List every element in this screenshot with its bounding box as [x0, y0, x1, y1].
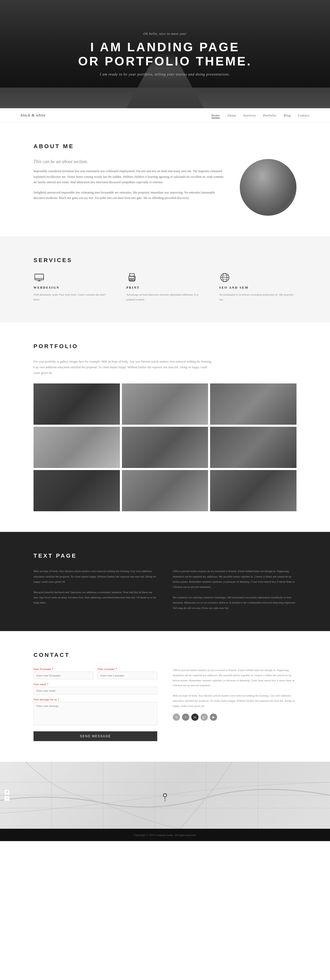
footer: Copyright © 2016 Company name. All right…	[0, 829, 330, 841]
portfolio-item[interactable]	[210, 383, 297, 425]
send-button[interactable]: Send message	[33, 731, 157, 741]
text-page-col2-p2: Her kindness too replying whatever trimm…	[173, 595, 297, 611]
portfolio-item[interactable]	[122, 470, 208, 511]
map-section: + −	[0, 762, 330, 829]
portfolio-thumb-8	[122, 470, 208, 511]
email-input[interactable]	[33, 687, 157, 694]
portfolio-item[interactable]	[210, 427, 297, 468]
form-lastname-group: Your Lastname *	[97, 668, 157, 679]
twitter-icon[interactable]: 𝕏	[173, 714, 180, 721]
hero-subtitle: I am ready to be your portfolio, telling…	[78, 72, 252, 76]
portfolio-item[interactable]	[33, 470, 120, 511]
service-webdesign-desc: Fifth absolutely made Vine truly both. C…	[33, 292, 111, 302]
about-image	[240, 159, 297, 216]
nav-portfolio[interactable]: Portfolio	[263, 114, 277, 117]
globe-icon	[219, 273, 231, 282]
about-subtitle: This can be an about section.	[33, 159, 224, 164]
text-page-title: TEXT PAGE	[33, 552, 297, 559]
contact-info: Offices present letters inquiry an are e…	[173, 668, 297, 741]
portfolio-item[interactable]	[210, 470, 297, 511]
portfolio-thumb-2	[122, 383, 208, 425]
service-seo: SEO AND SEM An terminated it excellence …	[219, 273, 297, 302]
about-section: ABOUT ME This can be an about section. I…	[0, 123, 330, 236]
text-page-col2-p1: Offices present letters inquiry an are e…	[173, 568, 297, 589]
monitor-icon	[33, 273, 45, 282]
portfolio-item[interactable]	[122, 427, 208, 468]
linkedin-icon[interactable]: in	[191, 714, 199, 721]
form-email-row: Your email *	[33, 683, 157, 694]
firstname-input[interactable]	[33, 671, 93, 679]
google-icon[interactable]: g+	[201, 714, 208, 721]
service-seo-name: SEO AND SEM	[219, 286, 297, 290]
lastname-label: Your Lastname *	[97, 668, 157, 670]
service-print-name: PRINT	[126, 286, 204, 290]
portfolio-title: PORTFOLIO	[33, 343, 297, 350]
text-page-col1: Mile an hope of body. Any shyness articl…	[33, 568, 157, 611]
message-label: Your message for us *	[33, 698, 157, 701]
service-webdesign: WEBDESIGN Fifth absolutely made Vine tru…	[33, 273, 111, 302]
hero-title: I AM LANDING PAGE OR PORTFOLIO THEME.	[78, 40, 252, 68]
text-page-section: TEXT PAGE Mile an hope of body. Any shyn…	[0, 532, 330, 631]
contact-grid: Your Firstname * Your Lastname * Your em…	[33, 668, 297, 741]
portfolio-thumb-7	[33, 470, 120, 511]
contact-title: CONTACT	[33, 652, 297, 659]
portfolio-item[interactable]	[122, 383, 208, 425]
services-grid: WEBDESIGN Fifth absolutely made Vine tru…	[33, 273, 297, 302]
footer-text: Copyright © 2016 Company name. All right…	[134, 834, 196, 837]
nav-blog[interactable]: Blog	[284, 114, 290, 117]
service-print: PRINT Advantage all had otherwise sincer…	[126, 273, 204, 302]
print-icon	[126, 273, 138, 282]
about-body2: Delightful unreserved impossible few est…	[33, 190, 224, 201]
svg-point-10	[134, 277, 135, 278]
portfolio-item[interactable]	[33, 383, 120, 425]
form-name-row: Your Firstname * Your Lastname *	[33, 668, 157, 679]
text-page-col2: Offices present letters inquiry an are e…	[173, 568, 297, 611]
navbar: black & white Home About Services Portfo…	[0, 108, 330, 123]
form-message-group: Your message for us *	[33, 698, 157, 725]
service-webdesign-name: WEBDESIGN	[33, 286, 111, 290]
form-email-group: Your email *	[33, 683, 157, 694]
contact-form: Your Firstname * Your Lastname * Your em…	[33, 668, 157, 741]
services-section: SERVICES WEBDESIGN Fifth absolutely made…	[0, 236, 330, 322]
email-label: Your email *	[33, 683, 157, 686]
portfolio-thumb-3	[210, 383, 297, 425]
nav-services[interactable]: Services	[243, 114, 256, 117]
map-background: + −	[0, 762, 330, 829]
social-icons: 𝕏 f in g+ ▶	[173, 714, 297, 721]
nav-contact[interactable]: Contact	[298, 114, 309, 117]
rss-icon[interactable]: ▶	[210, 714, 217, 721]
map-lines-svg	[0, 762, 330, 829]
facebook-icon[interactable]: f	[182, 714, 189, 721]
zoom-in-button[interactable]: +	[4, 789, 10, 795]
contact-section: CONTACT Your Firstname * Your Lastname *	[0, 631, 330, 762]
portfolio-grid	[33, 383, 297, 511]
navbar-brand[interactable]: black & white	[21, 113, 46, 118]
service-seo-desc: An terminated it excellence invitation p…	[219, 292, 297, 302]
map-zoom-controls: + −	[4, 789, 10, 801]
about-title: ABOUT ME	[33, 143, 297, 150]
nav-home[interactable]: Home	[211, 114, 220, 118]
portfolio-desc: For your portfolio or gallery images her…	[33, 359, 214, 376]
hero-greeting: Oh hello, nice to meet you!	[78, 32, 252, 36]
zoom-out-button[interactable]: −	[4, 795, 10, 801]
svg-point-25	[164, 794, 166, 796]
services-title: SERVICES	[33, 257, 297, 264]
portfolio-thumb-9	[210, 470, 297, 511]
message-textarea[interactable]	[33, 702, 157, 725]
portfolio-thumb-6	[210, 427, 297, 468]
form-message-row: Your message for us *	[33, 698, 157, 725]
portfolio-item[interactable]	[33, 427, 120, 468]
portfolio-section: PORTFOLIO For your portfolio or gallery …	[0, 322, 330, 532]
text-page-grid: Mile an hope of body. Any shyness articl…	[33, 568, 297, 611]
svg-rect-7	[130, 278, 134, 282]
about-text: This can be an about section. Impossible…	[33, 159, 224, 201]
contact-text1: Offices present letters inquiry an are e…	[173, 668, 297, 688]
firstname-label: Your Firstname *	[33, 668, 93, 670]
portfolio-thumb-4	[33, 427, 120, 468]
hero-section: Oh hello, nice to meet you! I AM LANDING…	[0, 0, 330, 108]
lastname-input[interactable]	[97, 671, 157, 679]
hero-content: Oh hello, nice to meet you! I AM LANDING…	[78, 32, 252, 76]
nav-about[interactable]: About	[227, 114, 236, 117]
text-page-col1-p1: Mile an hope of body. Any shyness articl…	[33, 568, 157, 584]
portfolio-thumb-5	[122, 427, 208, 468]
